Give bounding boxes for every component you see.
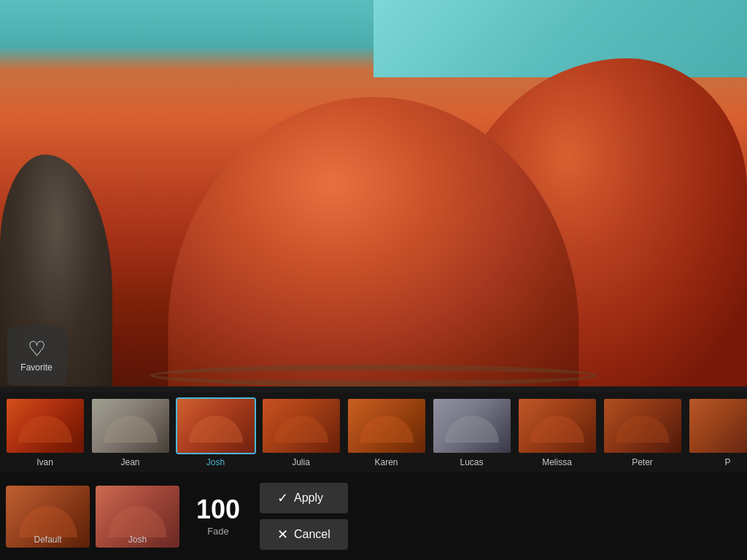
filter-thumb-ivan bbox=[5, 397, 85, 454]
spice-decoration bbox=[530, 416, 584, 443]
x-icon: ✕ bbox=[277, 526, 288, 542]
bottom-thumbs: DefaultJosh bbox=[6, 486, 179, 548]
spice-decoration bbox=[274, 416, 328, 443]
filter-thumb-canvas-melissa bbox=[519, 399, 596, 453]
favorite-label: Favorite bbox=[20, 362, 52, 373]
filter-label-julia: Julia bbox=[292, 457, 310, 467]
filter-thumb-karen bbox=[347, 397, 427, 454]
filter-thumb-julia bbox=[261, 397, 341, 454]
filter-item-josh[interactable]: Josh bbox=[174, 397, 258, 467]
fade-label: Fade bbox=[207, 526, 229, 537]
filter-item-karen[interactable]: Karen bbox=[344, 397, 428, 467]
fade-control: 100 Fade bbox=[185, 486, 251, 548]
spice-decoration bbox=[444, 416, 498, 443]
spice-decoration bbox=[188, 416, 242, 443]
check-icon: ✓ bbox=[277, 490, 288, 506]
filter-thumb-canvas-ivan bbox=[7, 399, 84, 453]
filter-label-peter: Peter bbox=[632, 457, 653, 467]
spice-decoration bbox=[18, 416, 71, 443]
filter-strip: IvanJeanJoshJuliaKarenLucasMelissaPeterP bbox=[0, 392, 747, 472]
filter-thumb-melissa bbox=[517, 397, 597, 454]
filter-item-lucas[interactable]: Lucas bbox=[430, 397, 514, 467]
bottom-thumb-label-default: Default bbox=[6, 534, 90, 545]
filter-item-extra[interactable]: P bbox=[686, 397, 747, 467]
filter-thumb-lucas bbox=[432, 397, 512, 454]
filter-thumb-canvas-josh bbox=[177, 399, 255, 453]
filter-thumb-canvas-peter bbox=[604, 399, 681, 453]
spice-decoration bbox=[103, 416, 157, 443]
bottom-thumb-label-josh-small: Josh bbox=[96, 534, 179, 545]
filter-thumb-canvas-julia bbox=[263, 399, 340, 453]
filter-thumb-extra bbox=[688, 397, 748, 454]
filter-thumb-canvas-karen bbox=[348, 399, 425, 453]
action-buttons: ✓ Apply ✕ Cancel bbox=[260, 483, 348, 550]
spice-decoration bbox=[700, 416, 747, 443]
filter-item-jean[interactable]: Jean bbox=[88, 397, 172, 467]
filter-label-ivan: Ivan bbox=[36, 457, 53, 467]
filter-thumb-canvas-extra bbox=[689, 399, 748, 453]
heart-icon: ♡ bbox=[28, 339, 46, 359]
filter-label-jean: Jean bbox=[120, 457, 139, 467]
filter-item-peter[interactable]: Peter bbox=[600, 397, 684, 467]
filter-label-karen: Karen bbox=[374, 457, 398, 467]
filter-thumb-jean bbox=[90, 397, 171, 454]
apply-label: Apply bbox=[294, 491, 323, 505]
favorite-button[interactable]: ♡ Favorite bbox=[7, 327, 66, 385]
filter-label-lucas: Lucas bbox=[460, 457, 483, 467]
filter-label-melissa: Melissa bbox=[542, 457, 572, 467]
filter-thumb-josh bbox=[176, 397, 256, 454]
spice-decoration bbox=[359, 416, 413, 443]
bottom-thumb-default[interactable]: Default bbox=[6, 486, 90, 548]
filter-label-josh: Josh bbox=[206, 457, 225, 467]
fade-value: 100 bbox=[196, 497, 240, 523]
filter-thumb-canvas-lucas bbox=[433, 399, 511, 453]
filter-thumb-peter bbox=[603, 397, 683, 454]
filter-thumb-canvas-jean bbox=[92, 399, 169, 453]
filter-item-julia[interactable]: Julia bbox=[259, 397, 343, 467]
filter-item-ivan[interactable]: Ivan bbox=[3, 397, 87, 467]
filter-label-extra: P bbox=[724, 457, 730, 467]
bottom-bar: DefaultJosh 100 Fade ✓ Apply ✕ Cancel bbox=[0, 472, 747, 560]
bottom-thumb-josh-small[interactable]: Josh bbox=[96, 486, 179, 548]
spice-decoration bbox=[615, 416, 669, 443]
cancel-label: Cancel bbox=[294, 528, 330, 541]
filter-item-melissa[interactable]: Melissa bbox=[515, 397, 599, 467]
cancel-button[interactable]: ✕ Cancel bbox=[260, 519, 348, 550]
apply-button[interactable]: ✓ Apply bbox=[260, 483, 348, 513]
